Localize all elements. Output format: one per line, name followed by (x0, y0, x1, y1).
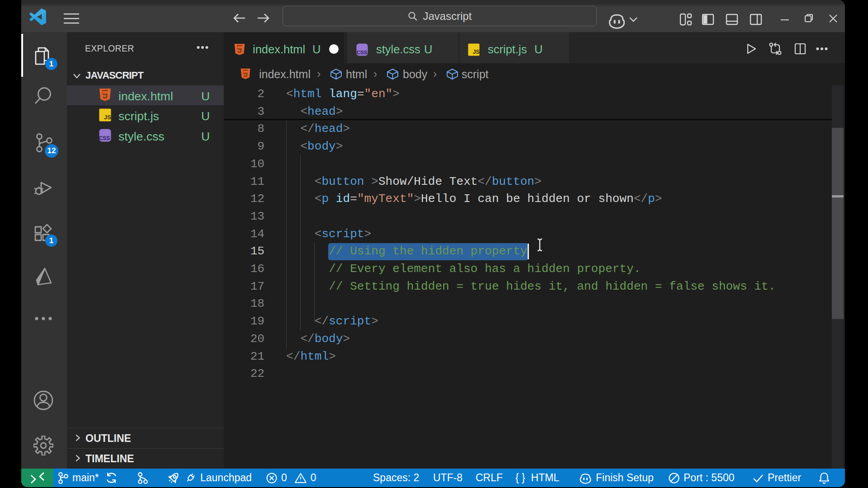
svg-text:CSS: CSS (357, 50, 368, 55)
svg-text:JS: JS (473, 49, 480, 55)
svg-text:CSS: CSS (99, 135, 110, 141)
svg-text:JS: JS (104, 114, 111, 121)
